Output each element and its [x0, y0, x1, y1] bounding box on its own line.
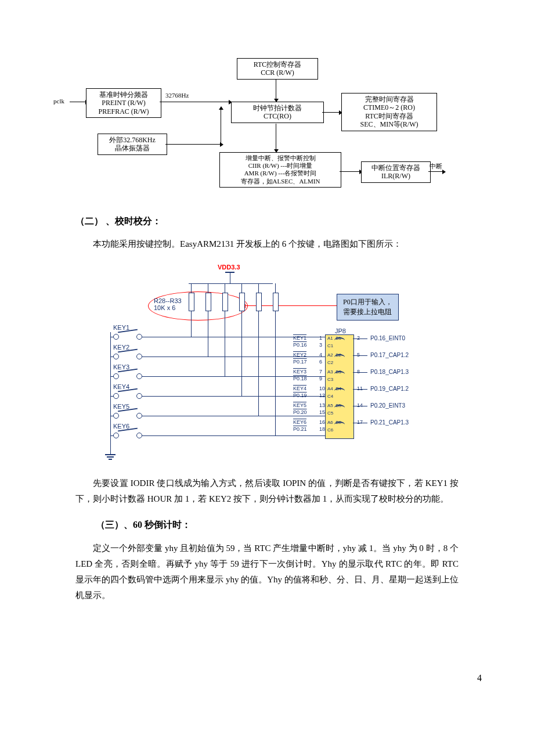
pull-up-resistor: [222, 293, 228, 311]
jp8-pin-left2: 15: [319, 409, 325, 415]
prescaler-box: 基准时钟分频器 PREINT (R/W) PREFRAC (R/W): [86, 88, 161, 118]
pull-up-resistor: [189, 293, 194, 311]
vdd-bus: [189, 283, 273, 284]
jp8-port-name: P0.18_CAP1.3: [370, 369, 409, 375]
time-reg-box: 完整时间寄存器 CTIME0～2 (RO) RTC时间寄存器 SEC、MIN等(…: [341, 93, 437, 131]
jp8-pin-left2: 18: [319, 426, 325, 432]
jp8-port-name: P0.19_CAP1.2: [370, 386, 409, 392]
ilr-out-arrow: [428, 171, 443, 172]
jp8-pin-left: 7: [319, 369, 322, 375]
pclk-label: pclk: [53, 98, 64, 105]
jp8-port-name: P0.17_CAP1.2: [370, 352, 409, 358]
jp8-pin-left2: 9: [319, 376, 322, 381]
gnd-symbol: [105, 454, 116, 460]
jp8-key-label: KEY5: [293, 402, 306, 408]
jp8-key-label: KEY1: [293, 335, 306, 341]
jp8-c-label: C3: [327, 377, 333, 382]
ilr-box: 中断位置寄存器 ILR(R/W): [361, 161, 431, 183]
jp8-port-name: P0.20_EINT3: [370, 402, 405, 409]
key-switch: [113, 332, 142, 340]
jp8-c-label: C1: [327, 343, 333, 348]
section-2-para: 本功能采用按键控制。EasyARM2131 开发板上的 6 个按键，电路图如下图…: [75, 236, 459, 252]
jp8-port-left: P0.21: [293, 426, 307, 432]
jp8-pin-left2: 6: [319, 359, 322, 365]
jp8-pin-right: 17: [357, 419, 363, 425]
jp8-c-label: C2: [327, 360, 333, 365]
jp8-jumper: [334, 422, 345, 427]
section-2b-para: 先要设置 IODIR 使口线成为输入方式，然后读取 IOPIN 的值，判断是否有…: [75, 476, 459, 507]
jp8-jumper: [334, 405, 345, 411]
prescaler-to-ctc-arrow: [160, 102, 229, 102]
jp8-port-left: P0.16: [293, 342, 307, 348]
jp8-pin-right: 2: [357, 335, 360, 341]
jp8-pin-left: 1: [319, 335, 322, 341]
jp8-pin-right: 14: [357, 402, 363, 408]
page-number: 4: [0, 673, 482, 683]
jp8-pin-left: 10: [319, 386, 325, 391]
xtal-box: 外部32.768KHz 晶体振荡器: [98, 134, 167, 155]
jp8-port-left: P0.17: [293, 359, 307, 365]
key-switch: [113, 411, 142, 419]
key-switch: [113, 372, 142, 380]
ccr-box: RTC控制寄存器 CCR (R/W): [237, 58, 318, 80]
section-3-title: （三）、60 秒倒计时：: [96, 519, 482, 531]
xtal-up: [221, 109, 221, 144]
ctc-down-arrow: [276, 124, 276, 150]
ccr-to-ctc-arrow: [276, 79, 276, 99]
jp8-c-label: C5: [327, 411, 333, 416]
jp8-jumper: [334, 388, 345, 394]
section-3-para: 定义一个外部变量 yhy 且初始值为 59，当 RTC 产生增量中断时，yhy …: [75, 541, 459, 603]
rtc-block-diagram: pclk 基准时钟分频器 PREINT (R/W) PREFRAC (R/W) …: [70, 58, 447, 192]
jp8-pin-left2: 12: [319, 393, 325, 398]
jp8-key-label: KEY2: [293, 352, 306, 358]
pclk-arrow: [70, 102, 86, 102]
int-out-label: 中断: [430, 163, 442, 170]
gnd-wire: [110, 332, 111, 454]
ctc-to-time-arrow: [322, 112, 340, 113]
jp8-c-label: C6: [327, 427, 333, 433]
pull-up-resistor: [273, 293, 279, 311]
jp8-pin-right: 8: [357, 369, 360, 375]
to-ilr-arrow: [340, 171, 360, 172]
pull-up-resistor: [256, 293, 262, 311]
ciir-amr-box: 增量中断、报警中断控制 CIIR (R/W) ---时间增量 AMR (R/W)…: [219, 152, 341, 188]
jp8-key-label: KEY4: [293, 386, 306, 391]
jp8-pin-left: 13: [319, 402, 325, 408]
jp8-label: JP8: [335, 327, 346, 334]
jp8-jumper: [334, 337, 345, 343]
jp8-port-left: P0.20: [293, 409, 307, 415]
jp8-jumper: [334, 354, 345, 360]
pull-up-resistor: [205, 293, 211, 311]
jp8-port-left: P0.19: [293, 393, 307, 398]
jp8-jumper: [334, 371, 345, 377]
jp8-pin-right: 5: [357, 352, 360, 358]
jp8-pin-right: 11: [357, 386, 363, 391]
jp8-c-label: C4: [327, 394, 333, 399]
jp8-pin-left2: 3: [319, 342, 322, 348]
jp8-port-name: P0.16_EINT0: [370, 335, 405, 341]
xtal-arrow: [165, 144, 221, 145]
key-switch: [113, 431, 142, 439]
jp8-key-label: KEY3: [293, 369, 306, 375]
jp8-pin-left: 16: [319, 419, 325, 425]
pull-up-resistor: [239, 293, 245, 311]
ctc-box: 时钟节拍计数器 CTC(RO): [231, 102, 324, 123]
jp8-port-name: P0.21_CAP1.3: [370, 419, 409, 426]
jp8-port-left: P0.18: [293, 376, 307, 381]
jp8-key-label: KEY6: [293, 419, 306, 425]
vdd-label: VDD3.3: [218, 264, 240, 271]
callout-box: P0口用于输入， 需要接上拉电阻: [337, 294, 399, 321]
resistor-label: R28--R33 10K x 6: [154, 297, 182, 311]
key-circuit-diagram: VDD3.3 R28--R33 10K x 6 P0口用于输入， 需要接上拉电阻…: [93, 264, 441, 461]
freq-label: 32768Hz: [165, 92, 189, 99]
key-switch: [113, 352, 142, 360]
section-2-title: （二） 、校时校分：: [75, 215, 482, 228]
jp8-pin-left: 4: [319, 352, 322, 358]
key-switch: [113, 391, 142, 399]
